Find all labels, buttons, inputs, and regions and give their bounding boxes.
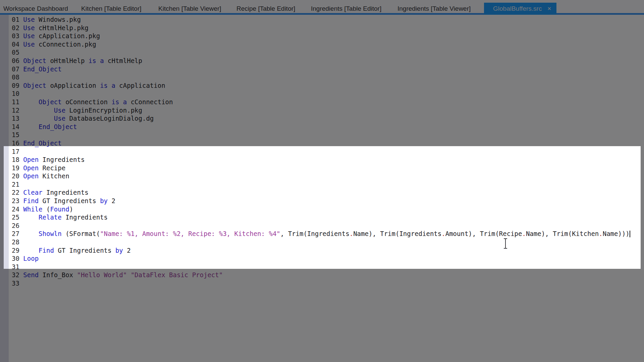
tab-kitchen-table-editor[interactable]: Kitchen [Table Editor] xyxy=(81,3,142,15)
code-line-19: 19 Open Recipe xyxy=(12,164,630,172)
code-line-16: 16 End_Object xyxy=(12,139,630,147)
line-number: 24 xyxy=(12,205,23,213)
tab-recipe-table-editor[interactable]: Recipe [Table Editor] xyxy=(236,3,295,15)
line-number: 28 xyxy=(12,238,23,246)
line-number: 27 xyxy=(12,230,23,237)
line-number: 32 xyxy=(12,271,23,279)
tab-globalbuffers-src[interactable]: GlobalBuffers.src✕ xyxy=(484,3,556,15)
code-line-06: 06 Object oHtmlHelp is a cHtmlHelp xyxy=(12,57,630,65)
code-line-11: 11 Object oConnection is a cConnection xyxy=(12,98,630,106)
code-line-09: 09 Object oApplication is a cApplication xyxy=(12,81,630,90)
line-number: 02 xyxy=(12,24,23,32)
code-line-24: 24 While (Found) xyxy=(12,205,630,214)
tab-kitchen-table-viewer[interactable]: Kitchen [Table Viewer] xyxy=(158,3,221,15)
line-number: 12 xyxy=(12,107,23,114)
line-number: 17 xyxy=(12,148,23,155)
code-line-07: 07 End_Object xyxy=(12,65,630,73)
line-number: 29 xyxy=(12,247,23,254)
text-caret xyxy=(630,231,630,237)
line-number: 09 xyxy=(12,82,23,89)
code-line-01: 01 Use Windows.pkg xyxy=(12,15,630,24)
editor-gutter xyxy=(0,15,9,362)
line-number: 16 xyxy=(12,139,23,147)
line-number: 26 xyxy=(12,222,23,229)
line-number: 30 xyxy=(12,255,23,262)
line-number: 19 xyxy=(12,164,23,172)
code-line-23: 23 Find GT Ingredients by 2 xyxy=(12,197,630,205)
line-number: 01 xyxy=(12,16,23,23)
code-line-32: 32 Send Info_Box "Hello World" "DataFlex… xyxy=(12,271,630,279)
code-line-12: 12 Use LoginEncryption.pkg xyxy=(12,106,630,115)
editor-tab-bar: Workspace DashboardKitchen [Table Editor… xyxy=(0,0,644,15)
tab-workspace-dashboard[interactable]: Workspace Dashboard xyxy=(3,3,68,15)
tab-label: Workspace Dashboard xyxy=(3,5,68,12)
code-line-22: 22 Clear Ingredients xyxy=(12,188,630,197)
code-line-15: 15 xyxy=(12,131,630,139)
code-line-05: 05 xyxy=(12,48,630,57)
line-number: 25 xyxy=(12,214,23,221)
line-number: 20 xyxy=(12,172,23,180)
code-line-08: 08 xyxy=(12,73,630,81)
code-line-26: 26 xyxy=(12,222,630,230)
line-number: 05 xyxy=(12,49,23,56)
line-number: 23 xyxy=(12,197,23,204)
tab-label: Ingredients [Table Editor] xyxy=(311,5,381,12)
line-number: 07 xyxy=(12,65,23,73)
code-line-02: 02 Use cHtmlHelp.pkg xyxy=(12,24,630,32)
line-number: 03 xyxy=(12,32,23,40)
line-number: 15 xyxy=(12,131,23,138)
tab-label: Recipe [Table Editor] xyxy=(236,5,295,12)
line-number: 11 xyxy=(12,98,23,106)
line-number: 08 xyxy=(12,73,23,81)
tab-label: Kitchen [Table Editor] xyxy=(81,5,142,12)
line-number: 33 xyxy=(12,280,23,287)
code-line-21: 21 xyxy=(12,180,630,189)
tab-label: Kitchen [Table Viewer] xyxy=(158,5,221,12)
close-icon[interactable]: ✕ xyxy=(547,6,551,12)
code-line-03: 03 Use cApplication.pkg xyxy=(12,32,630,40)
code-line-13: 13 Use DatabaseLoginDialog.dg xyxy=(12,114,630,123)
code-editor[interactable]: 01 Use Windows.pkg02 Use cHtmlHelp.pkg03… xyxy=(0,15,644,362)
code-line-28: 28 xyxy=(12,238,630,246)
code-line-33: 33 xyxy=(12,279,630,288)
dataflex-studio-screen: Workspace DashboardKitchen [Table Editor… xyxy=(0,0,644,362)
line-number: 18 xyxy=(12,156,23,163)
code-lines: 01 Use Windows.pkg02 Use cHtmlHelp.pkg03… xyxy=(12,15,630,288)
code-line-10: 10 xyxy=(12,89,630,98)
code-line-30: 30 Loop xyxy=(12,254,630,263)
line-number: 14 xyxy=(12,123,23,130)
tab-ingredients-table-editor[interactable]: Ingredients [Table Editor] xyxy=(311,3,381,15)
line-number: 10 xyxy=(12,90,23,97)
code-line-29: 29 Find GT Ingredients by 2 xyxy=(12,246,630,255)
code-line-20: 20 Open Kitchen xyxy=(12,172,630,180)
line-number: 13 xyxy=(12,115,23,122)
code-line-27: 27 Showln (SFormat("Name: %1, Amount: %2… xyxy=(12,230,630,238)
line-number: 22 xyxy=(12,189,23,196)
line-number: 21 xyxy=(12,181,23,188)
code-line-31: 31 xyxy=(12,263,630,271)
tab-ingredients-table-viewer[interactable]: Ingredients [Table Viewer] xyxy=(397,3,471,15)
code-line-04: 04 Use cConnection.pkg xyxy=(12,40,630,49)
code-line-18: 18 Open Ingredients xyxy=(12,156,630,164)
code-line-25: 25 Relate Ingredients xyxy=(12,213,630,222)
tab-label: Ingredients [Table Viewer] xyxy=(397,5,471,12)
line-number: 06 xyxy=(12,57,23,64)
code-line-14: 14 End_Object xyxy=(12,123,630,131)
line-number: 04 xyxy=(12,41,23,48)
tab-label: GlobalBuffers.src xyxy=(493,5,542,12)
line-number: 31 xyxy=(12,263,23,270)
code-line-17: 17 xyxy=(12,147,630,156)
